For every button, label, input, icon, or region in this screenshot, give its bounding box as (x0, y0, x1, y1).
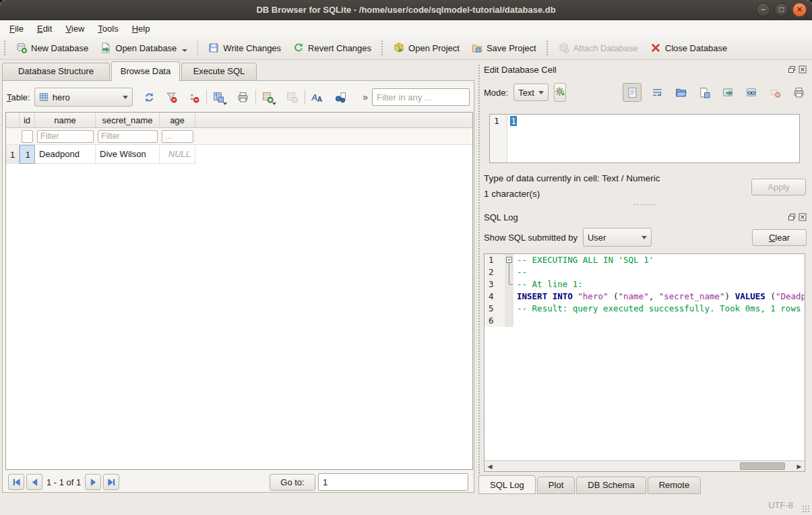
cell-id[interactable]: 1 (20, 145, 35, 164)
import-data-button[interactable] (673, 84, 689, 100)
show-sql-select[interactable]: User (583, 228, 652, 247)
save-project-button[interactable]: Save Project (466, 39, 542, 57)
dropdown-caret-icon (272, 102, 276, 105)
corner-header[interactable] (6, 113, 20, 128)
save-file-icon (699, 87, 710, 98)
text-mode-button[interactable] (623, 83, 642, 102)
cell-name[interactable]: Deadpond (35, 145, 96, 164)
column-header-name[interactable]: name (35, 113, 96, 128)
grid-header-row: id name secret_name age (6, 113, 472, 128)
cell-age[interactable]: NULL (160, 145, 195, 164)
sql-log-hscrollbar[interactable]: ◀ ▶ (485, 460, 805, 471)
toolbar-overflow-chevron[interactable]: » (363, 92, 368, 102)
sql-log-box: 1-- EXECUTING ALL IN 'SQL 1'2--3-- At li… (484, 253, 805, 472)
open-database-dropdown-icon[interactable] (182, 49, 187, 52)
float-dock-icon[interactable] (788, 65, 796, 73)
insert-record-button[interactable] (259, 88, 277, 106)
column-header-age[interactable]: age (160, 113, 195, 128)
last-record-button[interactable] (103, 474, 119, 490)
titlebar[interactable]: DB Browser for SQLite - /home/user/code/… (0, 0, 812, 20)
copy-link-button[interactable] (743, 84, 759, 100)
menu-view[interactable]: View (59, 22, 91, 36)
goto-input[interactable] (318, 473, 468, 491)
close-database-button[interactable]: Close Database (644, 39, 734, 57)
open-in-app-button[interactable] (720, 84, 736, 100)
font-button[interactable]: AA (309, 88, 326, 106)
resize-grip[interactable] (802, 505, 810, 513)
menu-help[interactable]: Help (125, 22, 157, 36)
column-header-secret-name[interactable]: secret_name (96, 113, 160, 128)
table-select[interactable]: hero (34, 88, 133, 107)
scroll-right-icon[interactable]: ▶ (794, 461, 805, 471)
save-table-icon (213, 92, 224, 103)
toolbar-handle[interactable] (381, 40, 384, 56)
column-header-id[interactable]: id (20, 113, 35, 128)
scrollbar-thumb[interactable] (740, 462, 784, 470)
auto-apply-button[interactable] (554, 83, 566, 102)
menu-tools[interactable]: Tools (91, 22, 125, 36)
workspace: Database Structure Browse Data Execute S… (0, 60, 812, 495)
filter-input-id[interactable] (22, 130, 33, 143)
sql-log-line: 4INSERT INTO "hero" ("name", "secret_nam… (485, 291, 805, 303)
apply-button[interactable]: Apply (751, 179, 806, 195)
menubar: File Edit View Tools Help (0, 20, 812, 36)
write-changes-button[interactable]: Write Changes (202, 39, 287, 57)
close-button[interactable]: ✕ (792, 3, 807, 17)
clear-filters-button[interactable] (163, 88, 181, 106)
print-cell-button[interactable] (790, 84, 807, 100)
toolbar-handle[interactable] (546, 40, 549, 56)
data-grid: id name secret_name age 1 1 (5, 112, 473, 470)
dock-resize-handle[interactable] (478, 64, 481, 475)
sql-log-editor[interactable]: 1-- EXECUTING ALL IN 'SQL 1'2--3-- At li… (485, 254, 805, 460)
toolbar-handle[interactable] (3, 40, 7, 56)
filter-input-name[interactable] (37, 130, 94, 143)
sql-log-line: 5-- Result: query executed successfully.… (485, 303, 805, 315)
tab-browse-data[interactable]: Browse Data (111, 61, 180, 81)
maximize-button[interactable]: □ (774, 3, 788, 17)
refresh-button[interactable] (141, 88, 158, 106)
mode-select-value: Text (518, 88, 534, 98)
close-database-label: Close Database (665, 43, 728, 53)
tab-sql-log[interactable]: SQL Log (478, 475, 536, 494)
close-dock-icon[interactable] (799, 213, 807, 221)
open-database-button[interactable]: Open Database (94, 39, 193, 57)
menu-file[interactable]: File (3, 22, 30, 36)
tab-db-schema[interactable]: DB Schema (576, 477, 646, 494)
menu-edit[interactable]: Edit (30, 22, 59, 36)
clear-sorting-button[interactable] (185, 88, 203, 106)
show-sql-label: Show SQL submitted by (484, 233, 577, 243)
cell-editor[interactable]: 1 1 (489, 114, 800, 163)
filter-input-age[interactable] (162, 130, 193, 143)
open-project-button[interactable]: Open Project (387, 39, 466, 57)
filter-filler (195, 128, 472, 144)
close-dock-icon[interactable] (799, 65, 807, 73)
print-button[interactable] (235, 88, 252, 106)
tab-database-structure[interactable]: Database Structure (2, 63, 110, 80)
find-icon (335, 92, 346, 103)
mode-select[interactable]: Text (513, 84, 549, 101)
goto-button[interactable]: Go to: (270, 474, 315, 491)
export-data-button[interactable] (696, 84, 712, 100)
filter-input-secret-name[interactable] (98, 130, 158, 143)
clear-log-button[interactable]: Clear (752, 229, 807, 246)
tab-plot[interactable]: Plot (537, 477, 575, 494)
find-button[interactable] (332, 88, 350, 106)
scrollbar-track[interactable] (495, 461, 794, 471)
word-wrap-button[interactable] (649, 84, 665, 100)
revert-changes-button[interactable]: Revert Changes (287, 39, 377, 57)
set-null-button (767, 84, 783, 100)
filter-any-input[interactable] (372, 88, 470, 106)
scroll-left-icon[interactable]: ◀ (485, 461, 495, 471)
save-table-button[interactable] (210, 88, 228, 106)
row-number[interactable]: 1 (6, 145, 20, 164)
first-record-button[interactable] (8, 474, 24, 490)
dock-splitter[interactable] (476, 202, 812, 206)
previous-record-button[interactable] (26, 474, 42, 490)
next-record-button[interactable] (85, 474, 101, 490)
cell-secret-name[interactable]: Dive Wilson (96, 145, 160, 164)
new-database-button[interactable]: New Database (10, 39, 94, 57)
tab-execute-sql[interactable]: Execute SQL (181, 63, 257, 80)
float-dock-icon[interactable] (788, 213, 796, 221)
tab-remote[interactable]: Remote (648, 477, 701, 494)
minimize-button[interactable]: − (756, 3, 770, 17)
